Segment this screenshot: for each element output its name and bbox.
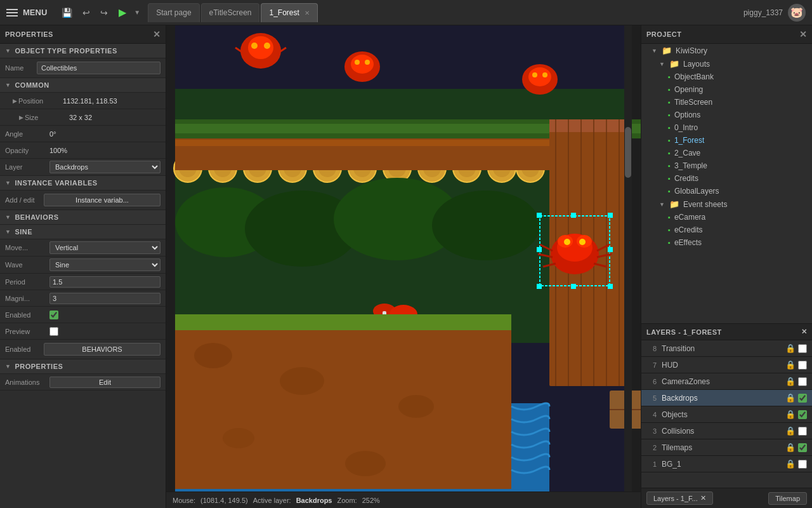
layers-tab-close[interactable]: ✕	[700, 494, 706, 502]
layer-row-7[interactable]: 7 HUD 🔒	[641, 357, 812, 373]
behaviors-add-edit-btn[interactable]: BEHAVIORS	[44, 343, 160, 356]
save-button[interactable]: 💾	[58, 6, 75, 20]
avatar[interactable]: 🐷	[788, 4, 806, 22]
play-dropdown[interactable]: ▼	[134, 9, 140, 16]
layer-row-2[interactable]: 2 Tilemaps 🔒	[641, 439, 812, 456]
section-behaviors[interactable]: ▼ BEHAVIORS	[0, 210, 166, 225]
tab-title-screen[interactable]: eTitleScreen	[201, 3, 260, 22]
lock-icon-2[interactable]: 🔒	[785, 443, 796, 452]
wave-select[interactable]: Sine	[49, 258, 160, 271]
section-sine[interactable]: ▼ SINE	[0, 225, 166, 239]
layer-vis-5[interactable]	[798, 394, 807, 403]
move-select-wrapper[interactable]: Vertical	[49, 241, 160, 254]
toolbar-icons: 💾 ↩ ↪ ▶ ▼	[53, 5, 145, 20]
layer-vis-3[interactable]	[798, 427, 807, 436]
tree-item-ecamera[interactable]: ▪ eCamera	[641, 211, 812, 224]
tree-item-options[interactable]: ▪ Options	[641, 109, 812, 121]
wave-select-wrapper[interactable]: Sine	[49, 258, 160, 271]
menu-area[interactable]: MENU	[0, 8, 53, 17]
tree-item-globallayers[interactable]: ▪ GlobalLayers	[641, 185, 812, 197]
section-properties-sub[interactable]: ▼ PROPERTIES	[0, 359, 166, 374]
layers-tab-label: Layers - 1_F...	[653, 495, 698, 502]
tree-item-ecredits-label: eCredits	[674, 225, 703, 234]
layer-row-4[interactable]: 4 Objects 🔒	[641, 406, 812, 423]
lock-icon-4[interactable]: 🔒	[785, 410, 796, 419]
hamburger-icon[interactable]	[6, 9, 18, 17]
canvas-area[interactable]: Mouse: (1081.4, 149.5) Active layer: Bac…	[166, 25, 641, 508]
layer-vis-8[interactable]	[798, 344, 807, 353]
layer-vis-7[interactable]	[798, 361, 807, 370]
lock-icon-3[interactable]: 🔒	[785, 426, 796, 436]
move-select[interactable]: Vertical	[49, 241, 160, 254]
section-arrow-objtype: ▼	[5, 48, 11, 54]
section-common[interactable]: ▼ COMMON	[0, 78, 166, 93]
layer-row-5[interactable]: 5 Backdrops 🔒	[641, 390, 812, 406]
layer-vis-2[interactable]	[798, 443, 807, 452]
tree-item-titlescreen[interactable]: ▪ TitleScreen	[641, 96, 812, 109]
magni-input[interactable]	[49, 293, 160, 304]
enabled-checkbox[interactable]	[49, 311, 58, 319]
svg-point-87	[564, 239, 570, 245]
layer-row-1[interactable]: 1 BG_1 🔒	[641, 456, 812, 472]
tab-forest-close[interactable]: ✕	[304, 10, 310, 17]
tabs-area: Start page eTitleScreen 1_Forest ✕	[145, 3, 737, 22]
canvas-viewport[interactable]	[166, 25, 641, 491]
move-label: Move...	[5, 244, 49, 251]
project-close[interactable]: ✕	[799, 29, 808, 39]
layer-num-5: 5	[646, 394, 657, 402]
layer-name-8: Transition	[662, 344, 780, 353]
tree-root-label: KiwiStory	[676, 46, 707, 55]
tree-item-objectbank[interactable]: ▪ ObjectBank	[641, 70, 812, 83]
layer-row-6[interactable]: 6 CameraZones 🔒	[641, 373, 812, 390]
tilemap-btn[interactable]: Tilemap	[768, 492, 807, 505]
lock-icon-5[interactable]: 🔒	[785, 393, 796, 403]
tree-root[interactable]: ▼ 📁 KiwiStory	[641, 44, 812, 57]
layer-select-wrapper[interactable]: Backdrops	[49, 161, 160, 173]
lock-icon-6[interactable]: 🔒	[785, 377, 796, 386]
layer-vis-4[interactable]	[798, 410, 807, 419]
layer-select[interactable]: Backdrops	[49, 161, 160, 173]
svg-point-65	[280, 367, 324, 395]
svg-rect-77	[537, 284, 542, 289]
lock-icon-8[interactable]: 🔒	[785, 344, 796, 353]
layer-row-3[interactable]: 3 Collisions 🔒	[641, 423, 812, 439]
redo-button[interactable]: ↪	[97, 6, 111, 20]
svg-point-45	[528, 67, 551, 86]
layer-vis-6[interactable]	[798, 377, 807, 386]
layer-vis-1[interactable]	[798, 460, 807, 469]
section-object-type-props[interactable]: ▼ OBJECT TYPE PROPERTIES	[0, 44, 166, 58]
tree-item-credits[interactable]: ▪ Credits	[641, 172, 812, 185]
tree-item-globallayers-label: GlobalLayers	[674, 187, 719, 196]
instance-add-edit-btn[interactable]: Instance variab...	[44, 194, 160, 206]
magni-row: Magni...	[0, 290, 166, 307]
layers-close[interactable]: ✕	[801, 328, 808, 336]
animations-edit-btn[interactable]: Edit	[49, 377, 160, 388]
tree-item-0intro[interactable]: ▪ 0_Intro	[641, 121, 812, 134]
tree-item-eeffects[interactable]: ▪ eEffects	[641, 236, 812, 249]
tree-event-sheets[interactable]: ▼ 📁 Event sheets	[641, 197, 812, 211]
menu-label[interactable]: MENU	[23, 8, 47, 17]
name-label: Name	[5, 64, 37, 72]
tree-layouts[interactable]: ▼ 📁 Layouts	[641, 57, 812, 70]
layer-row-8[interactable]: 8 Transition 🔒	[641, 340, 812, 357]
period-input[interactable]	[49, 276, 160, 288]
name-input[interactable]	[37, 62, 160, 74]
section-instance-vars[interactable]: ▼ INSTANCE VARIABLES	[0, 176, 166, 190]
tab-forest[interactable]: 1_Forest ✕	[261, 3, 317, 22]
lock-icon-1[interactable]: 🔒	[785, 459, 796, 469]
play-button[interactable]: ▶	[115, 5, 130, 20]
layers-tab-btn[interactable]: Layers - 1_F... ✕	[646, 491, 713, 505]
preview-checkbox[interactable]	[49, 327, 58, 336]
undo-button[interactable]: ↩	[79, 6, 93, 20]
tab-start-page[interactable]: Start page	[148, 3, 199, 22]
tree-item-3temple[interactable]: ▪ 3_Temple	[641, 159, 812, 172]
properties-close[interactable]: ✕	[153, 29, 161, 39]
tree-item-1forest[interactable]: ▪ 1_Forest	[641, 134, 812, 147]
properties-panel: PROPERTIES ✕ ▼ OBJECT TYPE PROPERTIES Na…	[0, 25, 166, 508]
position-label: Position	[18, 97, 63, 105]
svg-rect-63	[175, 314, 511, 330]
tree-item-2cave[interactable]: ▪ 2_Cave	[641, 147, 812, 159]
tree-item-opening[interactable]: ▪ Opening	[641, 83, 812, 96]
tree-item-ecredits[interactable]: ▪ eCredits	[641, 224, 812, 236]
lock-icon-7[interactable]: 🔒	[785, 360, 796, 370]
